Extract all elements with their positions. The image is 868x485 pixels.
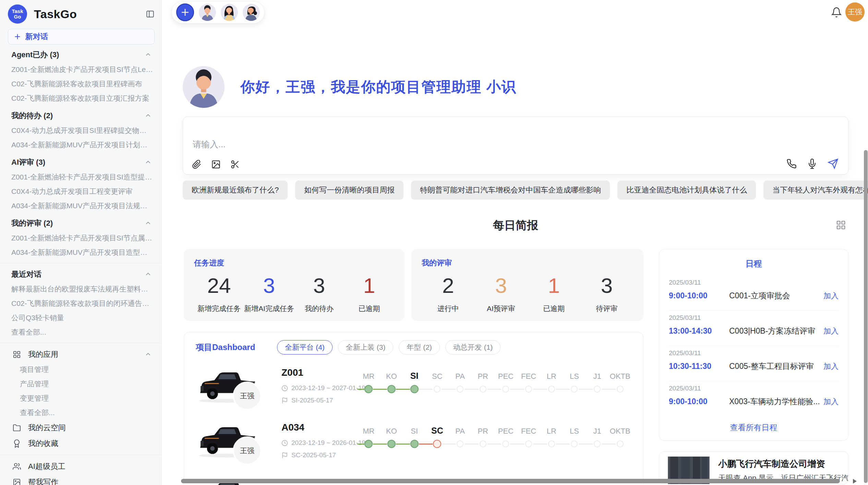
sidebar-item[interactable]: A034-全新新能源MUV产品开发项目计划变更表编写 bbox=[0, 138, 161, 152]
assistant-avatar[interactable] bbox=[221, 4, 238, 21]
chevron-up-icon[interactable] bbox=[144, 112, 152, 120]
schedule-card: 日程 2025/03/119:00-10:00C001-立项审批会加入2025/… bbox=[659, 249, 848, 441]
schedule-title: 日程 bbox=[659, 258, 848, 269]
suggestion-chip[interactable]: 比亚迪全固态电池计划具体说了什么 bbox=[617, 181, 756, 200]
sidebar-app-item[interactable]: 产品管理 bbox=[0, 377, 161, 391]
sidebar-item[interactable]: AI超级员工 bbox=[0, 459, 161, 474]
suggestion-chip[interactable]: 特朗普可能对进口汽车增税会对中国车企造成哪些影响 bbox=[411, 181, 610, 200]
dashboard-filter-pill[interactable]: 全新平台 (4) bbox=[277, 340, 333, 355]
schedule-time: 9:00-10:00 bbox=[669, 291, 729, 300]
greeting-text: 你好，王强，我是你的项目管理助理 小识 bbox=[240, 77, 517, 97]
sidebar-item[interactable]: Z001-全新燃油轻卡产品开发项目SI造型提交物评审 bbox=[0, 170, 161, 184]
composer-actions bbox=[786, 158, 839, 169]
project-row[interactable]: 王强Z0012023-12-19 ~ 2027-01-19SI-2025-05-… bbox=[184, 362, 643, 417]
milestone-dot bbox=[548, 440, 555, 447]
schedule-entry: 2025/03/119:00-10:00C001-立项审批会加入 bbox=[669, 275, 839, 311]
milestone-label: MR bbox=[357, 372, 380, 381]
view-all-chats-link[interactable]: 查看全部... bbox=[0, 325, 161, 339]
milestone-dot bbox=[433, 440, 441, 448]
milestone-dot bbox=[548, 386, 555, 393]
sidebar-item[interactable]: 我的云空间 bbox=[0, 420, 161, 436]
sidebar-item[interactable]: C0X4-动力总成开发项目SI里程碑提交物检查 bbox=[0, 123, 161, 138]
dashboard-filter-pill[interactable]: 年型 (2) bbox=[399, 340, 440, 355]
sidebar-item[interactable]: Z001-全新燃油轻卡产品开发项目SI节点属性5D文件评审 bbox=[0, 231, 161, 245]
message-composer[interactable]: 请输入... bbox=[183, 116, 848, 175]
stat-label: 已逾期 bbox=[528, 304, 580, 313]
suggestion-chip[interactable]: 当下年轻人对汽车外观有怎样的喜好趋势 bbox=[763, 181, 868, 200]
assistant-hero-avatar bbox=[183, 66, 225, 108]
chevron-up-icon[interactable] bbox=[144, 271, 152, 278]
milestone-dot bbox=[502, 440, 509, 447]
sidebar-item[interactable]: C0X4-动力总成开发项目工程变更评审 bbox=[0, 184, 161, 199]
dashboard-filter-pill[interactable]: 全新上装 (3) bbox=[338, 340, 394, 355]
chevron-up-icon[interactable] bbox=[144, 159, 152, 166]
scroll-right-arrow[interactable] bbox=[853, 479, 857, 484]
sidebar-item[interactable]: 解释最新出台的欧盟报废车法规再生塑料比例被调至15%... bbox=[0, 282, 161, 296]
layout-grid-icon[interactable] bbox=[836, 220, 846, 230]
microphone-icon[interactable] bbox=[807, 159, 817, 169]
sidebar-item[interactable]: Z001-全新燃油皮卡产品开发项目SI节点Lesson Learn报告 bbox=[0, 62, 161, 77]
notification-bell-icon[interactable] bbox=[831, 7, 842, 18]
vertical-scrollbar[interactable] bbox=[864, 150, 868, 483]
sidebar-item[interactable]: 公司Q3轻卡销量 bbox=[0, 311, 161, 325]
stat-label: 新增AI完成任务 bbox=[244, 304, 294, 313]
paperclip-icon[interactable] bbox=[192, 160, 202, 169]
sidebar-group-header[interactable]: AI评审 (3) bbox=[0, 155, 161, 170]
join-meeting-link[interactable]: 加入 bbox=[823, 326, 839, 336]
suggestion-chips: 欧洲新规最近颁布了什么?如何写一份清晰的项目周报特朗普可能对进口汽车增税会对中国… bbox=[183, 181, 868, 200]
add-assistant-button[interactable] bbox=[176, 3, 194, 21]
sidebar-group-header[interactable]: 我的待办 (2) bbox=[0, 108, 161, 123]
milestone-label: SI bbox=[403, 371, 426, 381]
logo-text-bottom: Go bbox=[14, 14, 21, 20]
collapse-sidebar-icon[interactable] bbox=[146, 10, 155, 18]
schedule-time: 9:00-10:00 bbox=[669, 397, 729, 406]
join-meeting-link[interactable]: 加入 bbox=[823, 361, 839, 372]
sidebar-app-item[interactable]: 查看全部... bbox=[0, 406, 161, 420]
user-avatar[interactable]: 王强 bbox=[845, 2, 865, 22]
sidebar-row-label: AI超级员工 bbox=[28, 461, 65, 472]
join-meeting-link[interactable]: 加入 bbox=[823, 291, 839, 301]
stat-value: 24 bbox=[194, 272, 244, 299]
main-content: 王强 你好，王强，我是你的项目管理助理 小识 请输入... bbox=[162, 0, 868, 485]
sidebar-group-header[interactable]: 我的评审 (2) bbox=[0, 216, 161, 231]
dashboard-filter-pill[interactable]: 动总开发 (1) bbox=[445, 340, 501, 355]
horizontal-scrollbar[interactable] bbox=[181, 479, 840, 483]
chevron-up-icon[interactable] bbox=[144, 351, 152, 358]
view-all-schedule-link[interactable]: 查看所有日程 bbox=[659, 422, 848, 433]
sidebar-group-header[interactable]: 最近对话 bbox=[0, 267, 161, 282]
milestone-stop: J1 bbox=[586, 362, 609, 417]
assistant-avatar[interactable] bbox=[243, 4, 260, 21]
assistant-avatar[interactable] bbox=[199, 4, 216, 21]
milestone-stop: LS bbox=[563, 362, 586, 417]
scissors-icon[interactable] bbox=[230, 160, 240, 169]
sidebar-item[interactable]: A034-全新新能源MUV产品开发项目造型可行性评审 bbox=[0, 245, 161, 260]
stat-metric: 2进行中 bbox=[422, 272, 474, 313]
milestone-stop: PR bbox=[471, 362, 494, 417]
join-meeting-link[interactable]: 加入 bbox=[823, 397, 839, 407]
new-chat-button[interactable]: 新对话 bbox=[8, 29, 155, 45]
sidebar-group-header[interactable]: Agent已办 (3) bbox=[0, 47, 161, 62]
sidebar-item[interactable]: 帮我写作 bbox=[0, 474, 161, 485]
sidebar-item-my-apps[interactable]: 我的应用 bbox=[0, 347, 161, 362]
chevron-up-icon[interactable] bbox=[144, 220, 152, 227]
sidebar-app-item[interactable]: 项目管理 bbox=[0, 362, 161, 377]
flag-icon bbox=[281, 452, 288, 459]
stat-value: 1 bbox=[344, 272, 394, 299]
sidebar-item[interactable]: C02-飞腾新能源轻客改款项目立项汇报方案 bbox=[0, 91, 161, 105]
milestone-stop: SI bbox=[403, 362, 426, 417]
phone-call-icon[interactable] bbox=[786, 159, 797, 169]
chevron-up-icon[interactable] bbox=[144, 51, 152, 59]
milestone-label: KO bbox=[380, 427, 403, 436]
sidebar-item[interactable]: A034-全新新能源MUV产品开发项目法规符合性评审 bbox=[0, 199, 161, 213]
sidebar-item[interactable]: 我的收藏 bbox=[0, 436, 161, 451]
project-row[interactable]: 王强A0342023-12-19 ~ 2026-01-19SC-2025-05-… bbox=[184, 417, 643, 472]
sidebar-item[interactable]: C02-飞腾新能源轻客改款项目的闭环通告反馈情况 bbox=[0, 296, 161, 311]
project-dates: 2023-12-19 ~ 2027-01-19 bbox=[281, 384, 365, 392]
milestone-label: PA bbox=[449, 372, 472, 381]
image-upload-icon[interactable] bbox=[211, 160, 221, 169]
sidebar-item[interactable]: C02-飞腾新能源轻客改款项目里程碑画布 bbox=[0, 77, 161, 91]
send-icon[interactable] bbox=[828, 158, 839, 169]
sidebar-app-item[interactable]: 变更管理 bbox=[0, 391, 161, 406]
suggestion-chip[interactable]: 如何写一份清晰的项目周报 bbox=[295, 181, 403, 200]
suggestion-chip[interactable]: 欧洲新规最近颁布了什么? bbox=[183, 181, 288, 200]
